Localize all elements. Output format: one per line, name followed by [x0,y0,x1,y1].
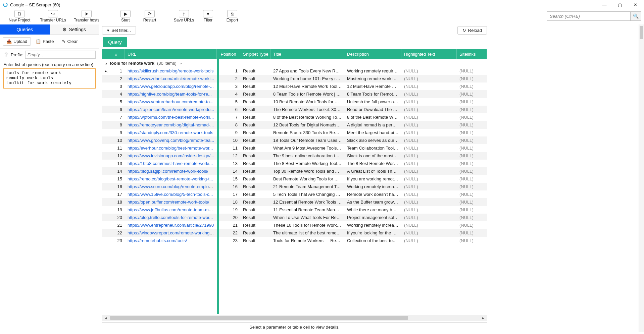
table-row[interactable]: 11https://everhour.com/blog/best-remote-… [102,144,487,152]
cell-highlighted: (NULL) [401,230,457,235]
col-snippet-type[interactable]: Snippet Type [240,49,270,59]
cell-sitelinks: (NULL) [457,130,487,135]
cell-url[interactable]: https://www.scoro.com/blog/remote-employ… [125,184,217,189]
search-button[interactable]: 🔍 [631,11,641,21]
set-filter-button[interactable]: ▾Set filter... [102,26,136,35]
cell-url[interactable]: https://skillcrush.com/blog/remote-work-… [125,68,217,73]
upload-button[interactable]: 📤Upload [3,37,31,46]
col-expand[interactable] [102,49,108,59]
table-row[interactable]: 17https://www.15five.com/blog/5-tech-too… [102,190,487,198]
table-row[interactable]: 4https://highfive.com/blog/team-tools-fo… [102,90,487,98]
table-row[interactable]: 7https://wpforms.com/the-best-remote-wor… [102,113,487,121]
table-row[interactable]: 23https://remotehabits.com/tools/23Resul… [102,237,487,244]
cell-snippet-type: Result [240,192,270,197]
cell-position: 4 [217,92,240,97]
cell-url[interactable]: https://open.buffer.com/remote-work-tool… [125,200,217,205]
group-row[interactable]: ▴ tools for remote work (30 items) ▸ [102,59,487,67]
export-button[interactable]: ⎘ Export [220,9,244,23]
cell-url[interactable]: https://remoteyear.com/blog/digital-noma… [125,122,217,127]
cell-url[interactable]: https://windowsreport.com/remote-working… [125,230,217,235]
start-button[interactable]: ▶ Start [113,9,138,23]
col-position[interactable]: Position [217,49,240,59]
window-title: Google – SE Scraper (60) [10,2,600,7]
table-row[interactable]: 5https://www.ventureharbour.com/remote-t… [102,98,487,106]
col-num[interactable]: # [108,49,125,59]
tab-queries[interactable]: Queries [0,24,50,35]
table-row[interactable]: 16https://www.scoro.com/blog/remote-empl… [102,183,487,190]
tab-settings[interactable]: ⚙Settings [50,24,99,35]
cell-url[interactable]: https://blog.sagipl.com/remote-work-tool… [125,169,217,174]
table-row[interactable]: 3https://www.getcloudapp.com/blog/remote… [102,82,487,90]
scroll-thumb[interactable] [110,316,408,320]
cell-url[interactable]: https://www.15five.com/blog/5-tech-tools… [125,192,217,197]
row-indicator: ▸ [102,68,108,73]
table-row[interactable]: 13https://10to8.com/must-have-remote-wor… [102,160,487,167]
cell-highlighted: (NULL) [401,130,457,135]
vertical-scrollbar[interactable] [639,24,644,332]
export-label: Export [227,18,238,22]
cell-url[interactable]: https://wpforms.com/the-best-remote-work… [125,115,217,120]
table-row[interactable]: 10https://www.groovehq.com/blog/remote-t… [102,136,487,144]
scroll-left-icon[interactable]: ◄ [103,316,108,320]
cell-url[interactable]: https://www.ventureharbour.com/remote-to… [125,99,217,104]
cell-title: Remote Stash: 330 Tools for Remote... [270,130,344,135]
cell-url[interactable]: https://remo.co/blog/best-remote-working… [125,176,217,181]
table-row[interactable]: 18https://open.buffer.com/remote-work-to… [102,198,487,206]
transfer-urls-button[interactable]: ↪ Transfer URLs [36,9,70,23]
search-input[interactable] [547,11,631,21]
table-row[interactable]: 9https://standuply.com/330-remote-work-t… [102,129,487,136]
cell-url[interactable]: https://remotehabits.com/tools/ [125,238,217,243]
vscroll-thumb[interactable] [640,26,643,39]
col-description[interactable]: Description [344,49,401,59]
cell-sitelinks: (NULL) [457,107,487,112]
prefix-input[interactable] [25,51,96,59]
cell-url[interactable]: https://blog.trello.com/tools-for-remote… [125,215,217,220]
cell-num: 22 [108,230,125,235]
cell-sitelinks: (NULL) [457,176,487,181]
transfer-hosts-button[interactable]: ➤ Transfer hosts [70,9,103,23]
clear-button[interactable]: ✎Clear [58,37,81,46]
cell-highlighted: (NULL) [401,76,457,81]
cell-url[interactable]: https://www.jeffbullas.com/remote-team-m… [125,207,217,212]
table-row[interactable]: 15https://remo.co/blog/best-remote-worki… [102,175,487,183]
table-row[interactable]: ▸1https://skillcrush.com/blog/remote-wor… [102,67,487,75]
col-title[interactable]: Title [270,49,344,59]
cell-url[interactable]: https://www.entrepreneur.com/article/271… [125,223,217,228]
queries-textarea[interactable] [3,68,96,89]
table-row[interactable]: 12https://www.invisionapp.com/inside-des… [102,152,487,160]
horizontal-scrollbar[interactable]: ◄ ► [102,315,487,321]
maximize-button[interactable]: ▢ [615,2,625,7]
cell-title: The Remote Workers' Toolkit: 30+ P... [270,107,344,112]
cell-url[interactable]: https://standuply.com/330-remote-work-to… [125,130,217,135]
table-row[interactable]: 20https://blog.trello.com/tools-for-remo… [102,214,487,221]
table-row[interactable]: 22https://windowsreport.com/remote-worki… [102,229,487,237]
save-urls-button[interactable]: ⭱ Save URLs [172,9,196,23]
cell-url[interactable]: https://10to8.com/must-have-remote-worki… [125,161,217,166]
table-row[interactable]: 6https://zapier.com/learn/remote-work/pr… [102,106,487,113]
table-row[interactable]: 14https://blog.sagipl.com/remote-work-to… [102,167,487,175]
restart-button[interactable]: ⟳ Restart [138,9,162,23]
table-row[interactable]: 19https://www.jeffbullas.com/remote-team… [102,206,487,214]
cell-url[interactable]: https://highfive.com/blog/team-tools-for… [125,92,217,97]
cell-url[interactable]: https://www.invisionapp.com/inside-desig… [125,153,217,158]
query-chip[interactable]: Query [103,37,127,47]
col-highlighted[interactable]: Highlighted Text [401,49,457,59]
col-sitelinks[interactable]: Sitelinks [457,49,487,59]
cell-position: 23 [217,238,240,243]
minimize-button[interactable]: — [600,2,609,7]
cell-url[interactable]: https://www.getcloudapp.com/blog/remote-… [125,84,217,89]
cell-url[interactable]: https://www.groovehq.com/blog/remote-tea… [125,138,217,143]
filter-button[interactable]: ▼ Filter [196,9,220,23]
table-row[interactable]: 8https://remoteyear.com/blog/digital-nom… [102,121,487,129]
table-row[interactable]: 2https://www.zdnet.com/article/remote-wo… [102,75,487,82]
table-row[interactable]: 21https://www.entrepreneur.com/article/2… [102,221,487,229]
col-url[interactable]: URL [125,49,217,59]
paste-button[interactable]: 📋Paste [32,37,57,46]
cell-url[interactable]: https://www.zdnet.com/article/remote-wor… [125,76,217,81]
new-project-button[interactable]: 🗋 New Project [3,9,36,23]
reload-button[interactable]: ↻Reload [457,26,487,35]
scroll-right-icon[interactable]: ► [481,316,486,320]
cell-url[interactable]: https://zapier.com/learn/remote-work/pro… [125,107,217,112]
close-button[interactable]: ✕ [631,2,640,7]
cell-url[interactable]: https://everhour.com/blog/best-remote-wo… [125,146,217,151]
